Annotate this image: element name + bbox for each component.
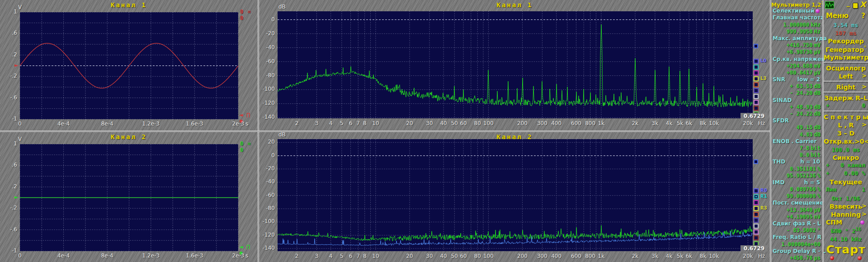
control-item[interactable]: Генератор° [824,45,868,53]
control-item[interactable]: +0.00 % [824,170,868,178]
legend-trace-box[interactable] [754,212,759,217]
trace-legend [754,188,761,247]
control-item[interactable]: Откр.вх.>0< [824,137,868,145]
measurement-value: 7.8bit [800,145,821,151]
chevron-right-icon: > [862,121,867,128]
menu-separator [824,111,868,112]
control-item[interactable]: СПМ [824,219,868,227]
control-item[interactable]: Задерж R–L [824,94,868,102]
x-axis-tick: 1.6e-3 [181,121,208,127]
y-axis-tick: -.6 [1,94,17,101]
legend-trace-box[interactable] [754,235,759,240]
measurement-value: + 48.93dB [790,104,821,110]
value-text: + 63.53 [790,83,813,89]
control-item[interactable]: Взвесить> [824,202,868,211]
value-text: 0.351181 [790,166,816,172]
measurement-value: - 24.22dB [790,111,821,117]
control-item[interactable]: С п е к т р ы [824,113,868,121]
measurement-value: 0.0bit [800,152,821,158]
control-item[interactable]: Hanning> [824,211,868,219]
psd-mode-led[interactable] [860,220,864,225]
legend-trace-box[interactable] [754,188,759,193]
x-axis-tick: 4e-4 [50,253,77,259]
x-axis-tick: 2 [288,253,306,259]
control-item[interactable]: L , R> [824,121,868,129]
control-label: Мультиметр [824,54,868,61]
trace-legend [754,59,761,117]
y-axis-tick: .6 [1,30,17,36]
scope-plot-ch1[interactable] [20,12,238,119]
legend-trace-box[interactable] [754,229,759,234]
control-item[interactable]: +0 канал [824,162,868,170]
control-item[interactable]: Лин1 [824,186,868,194]
x-axis-tick: 400 [547,120,566,126]
legend-trace-box[interactable] [754,224,759,229]
control-item[interactable]: Осциллогр [824,64,868,72]
legend-trace-box[interactable] [754,100,759,105]
control-item[interactable]: Текущее [824,178,868,186]
close-button[interactable]: X [860,0,866,9]
measurement-row: 99.000000% [771,193,822,200]
legend-trace-box[interactable] [754,70,759,75]
legend-trace-box[interactable] [754,59,759,64]
legend-label: R0 [760,188,767,193]
control-item[interactable]: +0 [824,102,868,110]
value-unit: µV [814,70,821,76]
legend-trace-box[interactable] [754,88,759,93]
measurement-row: Макс. амплитуда [771,35,822,42]
control-item[interactable]: Left> [824,72,868,80]
measurement-row: +294.688mV [771,63,822,70]
control-item[interactable]: 3.54 ms [824,21,868,29]
y-axis-tick: -20 [259,30,275,37]
start-button[interactable]: Старт [824,243,868,256]
measurement-row: SNRlow = 2 [771,76,822,83]
control-item[interactable]: 3 – D [824,129,868,137]
control-item[interactable]: Мультиметр [824,53,868,61]
control-value: 0 канал [840,162,865,168]
menu-button[interactable]: Меню? [824,12,868,21]
control-item[interactable]: БПФ ° 216 [824,227,868,235]
legend-trace-box[interactable] [754,106,759,111]
control-value: Лин [826,186,836,193]
help-icon[interactable]: ? [861,12,865,20]
legend-trace-box[interactable] [754,218,759,223]
scope-plot-ch2[interactable] [20,144,238,251]
selective-mode-led[interactable] [816,9,820,13]
measurement-label: Ср.кв. напряжен [773,56,825,62]
value-unit: bit [811,152,821,158]
x-axis-tick: 4e-4 [50,121,77,127]
legend-scroll-tab[interactable] [754,44,758,48]
maximize-button[interactable] [853,3,858,9]
legend-trace-box[interactable] [754,76,759,81]
control-item[interactable]: 107 ms [824,29,868,37]
y-axis-tick: -100 [259,86,275,92]
legend-trace-box[interactable] [754,206,759,211]
x-axis-tick: 8e-4 [94,253,121,259]
spectrum-plot-ch2[interactable] [278,139,753,251]
legend-trace-box[interactable] [754,65,759,70]
trace-position-marker[interactable]: ► [14,194,18,200]
measurement-row: THDh = 10 [771,159,822,165]
value-unit: dB [814,111,821,117]
value-text: - 24.20 [790,90,813,96]
minimize-button[interactable]: _ [847,0,850,7]
control-item[interactable]: Окт 1/96 [824,194,868,202]
trace-position-marker[interactable]: ► [14,62,18,68]
spectrum-plot-ch1[interactable] [278,11,753,118]
x-axis-tick: 400 [547,253,566,259]
control-item[interactable]: Рекордер [824,37,868,45]
legend-trace-box[interactable] [754,82,759,87]
legend-trace-box[interactable] [754,200,759,205]
value-unit: Hz [814,28,821,35]
legend-trace-box[interactable] [754,194,759,199]
control-item[interactable]: Синхро [824,154,868,162]
control-label: Осциллогр [826,65,866,72]
x-axis-tick: 20 [401,253,419,259]
control-item[interactable]: Right> [824,83,868,91]
value-text: 0.0 [800,152,810,158]
legend-scroll-tab[interactable] [754,159,758,164]
control-item[interactable]: 100.0 ms [824,145,868,154]
control-item[interactable]: 44.10 kHz [824,235,868,243]
measurement-row: +4.19095nV [771,214,822,220]
legend-trace-box[interactable] [754,94,759,99]
